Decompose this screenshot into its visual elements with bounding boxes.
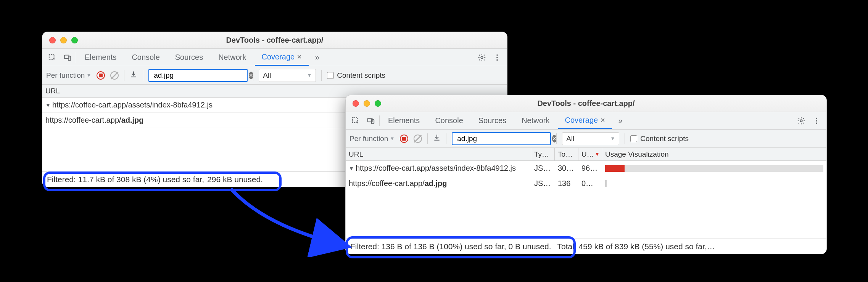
disclosure-triangle-icon[interactable]: ▼ [349,165,354,171]
table-row[interactable]: ▼ https://coffee-cart.app/assets/index-8… [346,161,826,176]
svg-rect-7 [353,117,358,122]
traffic-lights [42,37,78,43]
type-filter-label: All [263,71,271,80]
row-url-match: ad.jpg [121,116,144,125]
window-title: DevTools - coffee-cart.app/ [346,99,826,108]
divider [379,115,380,126]
titlebar: DevTools - coffee-cart.app/ [42,32,507,49]
tab-coverage-label: Coverage [262,53,295,61]
row-type: JS… [531,161,555,176]
record-button[interactable] [97,71,105,80]
col-unused-label: U… [581,150,594,159]
kebab-icon[interactable] [490,51,504,64]
gear-icon[interactable] [794,114,808,128]
devtools-window-after: DevTools - coffee-cart.app/ Elements Con… [345,95,827,254]
url-filter-input[interactable]: ✕ [452,132,551,145]
type-filter-select[interactable]: All ▼ [259,69,316,82]
divider [124,70,124,81]
kebab-icon[interactable] [810,114,823,128]
chevron-down-icon: ▼ [390,136,395,141]
device-icon[interactable] [364,114,378,128]
granularity-label: Per function [349,135,388,143]
svg-point-11 [816,117,817,119]
url-filter-field[interactable] [456,134,548,143]
checkbox-icon [630,135,637,142]
more-tabs-icon[interactable]: » [310,51,324,64]
more-tabs-icon[interactable]: » [614,114,627,128]
granularity-label: Per function [46,71,85,80]
inspect-icon[interactable] [349,114,362,128]
export-button[interactable] [130,70,137,80]
divider [446,133,446,144]
close-tab-icon[interactable]: ✕ [297,53,302,61]
divider [253,70,253,81]
divider [321,70,322,81]
row-total: 136 [555,176,578,191]
traffic-lights [346,100,381,107]
tab-elements[interactable]: Elements [78,49,123,66]
col-url[interactable]: URL [346,148,531,160]
tab-console[interactable]: Console [125,49,166,66]
coverage-table: ▼ https://coffee-cart.app/assets/index-8… [346,161,826,191]
col-usage-viz[interactable]: Usage Visualization [602,148,826,160]
tab-sources[interactable]: Sources [168,49,210,66]
clear-button[interactable] [110,71,119,80]
svg-point-13 [816,122,817,124]
clear-button[interactable] [414,135,422,143]
divider [625,133,625,144]
content-scripts-label: Content scripts [337,71,385,80]
url-filter-field[interactable] [153,71,245,80]
content-scripts-toggle[interactable]: Content scripts [327,71,385,80]
tab-elements[interactable]: Elements [381,112,427,129]
tab-sources[interactable]: Sources [472,112,513,129]
zoom-icon[interactable] [375,100,381,107]
close-icon[interactable] [49,37,56,43]
tab-coverage[interactable]: Coverage ✕ [255,49,309,66]
close-tab-icon[interactable]: ✕ [600,117,605,124]
row-url: https://coffee-cart.app/assets/index-8bf… [356,164,516,173]
granularity-select[interactable]: Per function ▼ [46,71,91,80]
row-url-match: ad.jpg [425,179,447,188]
minimize-icon[interactable] [60,37,67,43]
col-type[interactable]: Ty… [531,148,555,160]
usage-bar [605,165,823,172]
disclosure-triangle-icon[interactable]: ▼ [45,102,51,108]
device-icon[interactable] [61,51,74,64]
export-button[interactable] [433,134,441,143]
svg-point-12 [816,120,817,122]
row-url-prefix: https://coffee-cart.app/ [45,116,121,125]
coverage-toolbar: Per function ▼ ✕ All ▼ Content scripts [346,130,826,148]
svg-point-5 [496,57,498,58]
divider [76,52,76,63]
granularity-select[interactable]: Per function ▼ [349,135,395,143]
col-unused-bytes[interactable]: U…▼ [578,148,602,160]
tab-network[interactable]: Network [211,49,253,66]
minimize-icon[interactable] [364,100,370,107]
gear-icon[interactable] [475,51,489,64]
tab-network[interactable]: Network [515,112,556,129]
url-filter-input[interactable]: ✕ [148,69,248,82]
tab-console[interactable]: Console [428,112,470,129]
col-total-bytes[interactable]: To… [555,148,578,160]
chevron-down-icon: ▼ [307,72,312,78]
table-row[interactable]: https://coffee-cart.app/ad.jpg JS… 136 0… [346,176,826,191]
tab-coverage-label: Coverage [565,116,598,125]
record-button[interactable] [400,135,408,143]
status-filtered: Filtered: 11.7 kB of 308 kB (4%) used so… [45,175,206,184]
close-icon[interactable] [353,100,359,107]
divider [556,133,557,144]
inspect-icon[interactable] [45,51,59,64]
usage-bar [605,180,607,187]
titlebar: DevTools - coffee-cart.app/ [346,95,826,112]
row-type: JS… [531,176,555,191]
type-filter-label: All [566,135,574,143]
row-unused: 0… [578,176,602,191]
content-scripts-toggle[interactable]: Content scripts [630,135,689,143]
type-filter-select[interactable]: All ▼ [562,132,619,145]
svg-point-3 [481,56,483,59]
tab-bar: Elements Console Sources Network Coverag… [42,49,507,66]
zoom-icon[interactable] [71,37,78,43]
tab-coverage[interactable]: Coverage ✕ [558,112,612,129]
svg-point-6 [496,59,498,61]
svg-point-4 [496,54,498,56]
